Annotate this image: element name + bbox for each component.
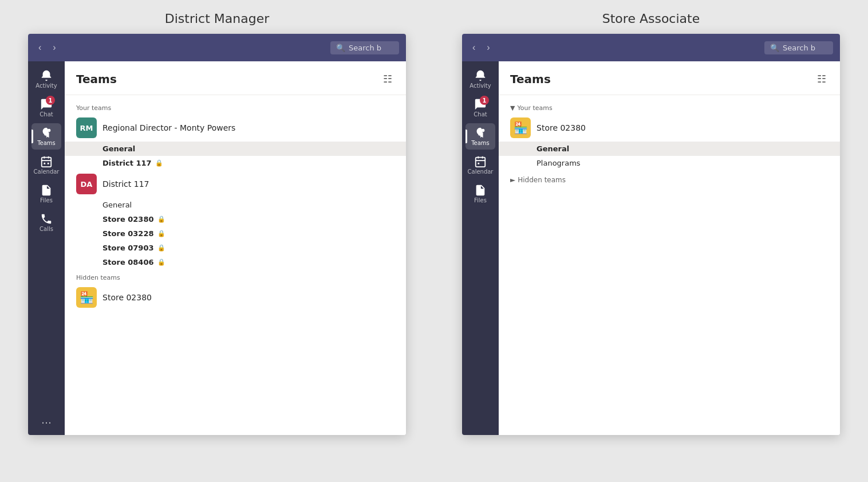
right-channel-item-planograms[interactable]: Planograms <box>499 156 840 170</box>
svg-rect-12 <box>478 163 479 164</box>
store-icon-hidden: 🏪 <box>76 287 97 308</box>
calls-icon-area <box>40 213 53 225</box>
right-filter-button[interactable]: ☷ <box>815 70 828 88</box>
svg-point-0 <box>48 129 51 132</box>
left-teams-title: Teams <box>76 72 117 86</box>
left-your-teams-label: Your teams <box>65 100 406 114</box>
team-item-rm[interactable]: RM Regional Director - Monty Powers ⋯ <box>65 114 406 142</box>
right-activity-icon-area <box>474 69 487 82</box>
team-name-rm: Regional Director - Monty Powers <box>102 123 380 132</box>
right-team-name-store02380: Store 02380 <box>536 123 814 132</box>
channel-item-district117-rm[interactable]: District 117 🔒 <box>65 156 406 170</box>
hidden-teams-chevron: ► <box>510 176 515 184</box>
chat-label: Chat <box>40 112 53 117</box>
right-panel-title: Store Associate <box>602 11 700 26</box>
left-forward-button[interactable]: › <box>49 40 59 55</box>
right-teams-icon <box>474 127 487 139</box>
right-channel-item-general[interactable]: General <box>499 142 840 156</box>
calendar-icon <box>40 155 53 168</box>
left-teams-list: Your teams RM Regional Director - Monty … <box>65 95 406 435</box>
right-search-icon: 🔍 <box>770 44 779 52</box>
right-your-teams-section[interactable]: ▼ Your teams <box>499 100 840 114</box>
right-store-icon: 🏪 <box>510 117 531 138</box>
channel-item-store03228[interactable]: Store 03228 🔒 <box>65 226 406 241</box>
right-channel-name-planograms: Planograms <box>536 159 581 167</box>
channel-name-district117: District 117 <box>102 159 152 167</box>
lock-icon-district117: 🔒 <box>155 159 163 167</box>
left-back-button[interactable]: ‹ <box>35 40 45 55</box>
right-activity-label: Activity <box>469 83 491 89</box>
sidebar-more[interactable]: … <box>37 409 56 430</box>
right-files-icon <box>474 184 487 197</box>
channel-name-store08406: Store 08406 <box>102 258 154 267</box>
svg-rect-6 <box>48 163 49 164</box>
right-files-label: Files <box>474 198 487 203</box>
svg-point-7 <box>482 129 485 132</box>
right-chat-icon-area: 1 <box>474 98 487 111</box>
right-search-bar[interactable]: 🔍 Search b <box>764 41 833 54</box>
team-name-da: District 117 <box>102 179 380 189</box>
sidebar-item-calendar[interactable]: Calendar <box>31 152 61 178</box>
right-sidebar-item-calendar[interactable]: Calendar <box>465 152 495 178</box>
calls-icon <box>40 213 53 225</box>
right-app-body: Activity 1 Chat <box>462 61 840 435</box>
bell-icon <box>40 69 53 82</box>
channel-item-store07903[interactable]: Store 07903 🔒 <box>65 241 406 255</box>
svg-rect-5 <box>44 163 45 164</box>
left-teams-header: Teams ☷ <box>65 61 406 95</box>
search-icon: 🔍 <box>336 44 345 52</box>
lock-icon-store03228: 🔒 <box>157 230 165 237</box>
files-label: Files <box>40 198 53 203</box>
right-sidebar-item-chat[interactable]: 1 Chat <box>465 95 495 121</box>
team-avatar-da: DA <box>76 174 97 194</box>
right-back-button[interactable]: ‹ <box>469 40 479 55</box>
team-item-hidden-store[interactable]: 🏪 Store 02380 ⋯ <box>65 284 406 311</box>
activity-icon-area <box>40 69 53 82</box>
left-app-body: Activity 1 Chat <box>28 61 406 435</box>
team-avatar-rm: RM <box>76 117 97 138</box>
right-calendar-label: Calendar <box>468 169 494 175</box>
right-team-item-store02380[interactable]: 🏪 Store 02380 ⋯ <box>499 114 840 142</box>
sidebar-item-activity[interactable]: Activity <box>31 66 61 92</box>
right-channel-name-general: General <box>536 144 569 153</box>
right-teams-panel: Teams ☷ ▼ Your teams 🏪 Store 02380 <box>499 61 840 435</box>
channel-item-general-rm[interactable]: General <box>65 142 406 156</box>
right-teams-title: Teams <box>510 72 551 86</box>
right-teams-header: Teams ☷ <box>499 61 840 95</box>
activity-label: Activity <box>35 83 57 89</box>
calls-label: Calls <box>40 226 53 232</box>
right-chat-badge: 1 <box>480 96 489 105</box>
team-item-da[interactable]: DA District 117 ⋯ <box>65 170 406 198</box>
right-hidden-teams-section[interactable]: ► Hidden teams <box>499 170 840 186</box>
right-files-icon-area <box>474 184 487 197</box>
files-icon <box>40 184 53 197</box>
right-search-text: Search b <box>783 44 815 52</box>
left-top-bar: ‹ › 🔍 Search b <box>28 34 406 61</box>
channel-item-general-da[interactable]: General <box>65 198 406 212</box>
left-filter-button[interactable]: ☷ <box>381 70 394 88</box>
channel-item-store02380[interactable]: Store 02380 🔒 <box>65 212 406 226</box>
teams-icon-area <box>40 127 53 139</box>
right-forward-button[interactable]: › <box>483 40 493 55</box>
right-sidebar-item-activity[interactable]: Activity <box>465 66 495 92</box>
right-hidden-teams-label: Hidden teams <box>518 176 566 184</box>
right-chat-label: Chat <box>474 112 487 117</box>
right-app-window: ‹ › 🔍 Search b <box>462 34 840 435</box>
teams-icon <box>40 127 53 139</box>
right-sidebar: Activity 1 Chat <box>462 61 499 435</box>
svg-rect-8 <box>476 158 486 167</box>
right-sidebar-item-files[interactable]: Files <box>465 181 495 207</box>
right-top-bar: ‹ › 🔍 Search b <box>462 34 840 61</box>
right-teams-label: Teams <box>471 140 490 146</box>
left-panel-wrapper: District Manager ‹ › 🔍 Search b <box>23 11 411 435</box>
sidebar-item-files[interactable]: Files <box>31 181 61 207</box>
sidebar-item-teams[interactable]: Teams <box>31 123 61 150</box>
your-teams-chevron: ▼ <box>510 104 515 112</box>
channel-item-store08406[interactable]: Store 08406 🔒 <box>65 255 406 269</box>
sidebar-item-calls[interactable]: Calls <box>31 209 61 236</box>
channel-name-store07903: Store 07903 <box>102 244 154 252</box>
left-search-bar[interactable]: 🔍 Search b <box>330 41 399 54</box>
channel-name-store03228: Store 03228 <box>102 229 154 238</box>
right-sidebar-item-teams[interactable]: Teams <box>465 123 495 150</box>
sidebar-item-chat[interactable]: 1 Chat <box>31 95 61 121</box>
